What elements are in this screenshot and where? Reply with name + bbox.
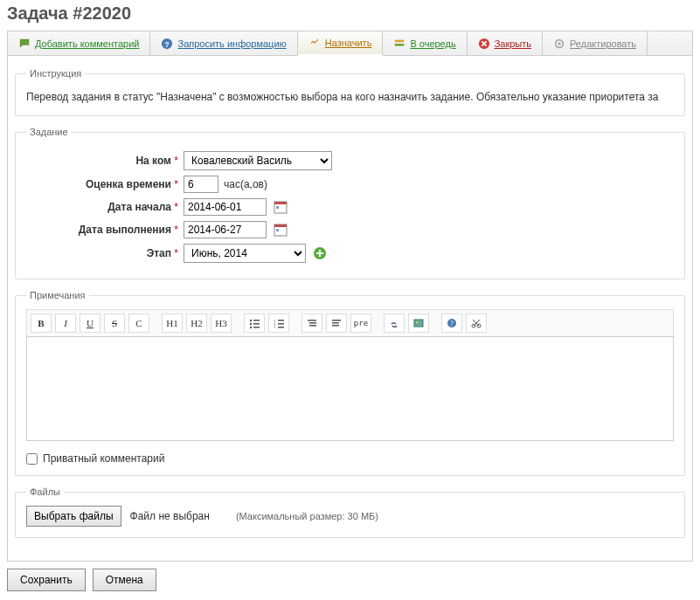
- stage-select[interactable]: Июнь, 2014: [184, 244, 306, 263]
- tab-assign-label: Назначить: [325, 38, 372, 48]
- svg-rect-31: [332, 325, 339, 327]
- tab-request-info[interactable]: ? Запросить информацию: [150, 31, 297, 55]
- svg-rect-23: [278, 323, 284, 325]
- calendar-icon: [274, 223, 288, 237]
- svg-rect-8: [274, 202, 287, 204]
- notes-textarea[interactable]: [26, 336, 674, 441]
- instruction-legend: Инструкция: [26, 68, 85, 79]
- files-legend: Файлы: [26, 486, 64, 497]
- due-date-calendar-button[interactable]: [274, 223, 288, 237]
- list-ol-icon: 123: [274, 318, 284, 328]
- svg-point-6: [558, 42, 561, 45]
- svg-point-33: [416, 321, 418, 323]
- label-assignee: На ком *: [26, 155, 184, 167]
- svg-point-18: [250, 327, 252, 328]
- tab-queue-label: В очередь: [410, 38, 455, 49]
- tab-add-comment-label: Добавить комментарий: [35, 38, 139, 49]
- instruction-fieldset: Инструкция Перевод задания в статус "Наз…: [15, 68, 685, 116]
- notes-legend: Примечания: [26, 290, 89, 300]
- private-checkbox[interactable]: [26, 453, 38, 465]
- unquote-button[interactable]: [326, 314, 347, 333]
- scissors-icon: [471, 318, 482, 328]
- editor-toolbar: B I U S C H1 H2 H3 123 pre ?: [26, 309, 674, 336]
- tab-close-label: Закрыть: [495, 38, 531, 49]
- estimate-unit: час(а,ов): [224, 178, 267, 190]
- h1-button[interactable]: H1: [162, 314, 183, 333]
- svg-rect-2: [395, 39, 405, 42]
- svg-rect-19: [253, 327, 260, 328]
- svg-rect-17: [253, 323, 260, 325]
- tab-edit[interactable]: Редактировать: [543, 31, 648, 55]
- cut-button[interactable]: [466, 314, 487, 333]
- gear-icon: [553, 38, 565, 50]
- private-label: Приватный комментарий: [43, 452, 164, 465]
- content-panel: Инструкция Перевод задания в статус "Наз…: [7, 56, 693, 562]
- link-icon: [389, 318, 399, 328]
- code-button[interactable]: C: [128, 314, 149, 333]
- add-stage-button[interactable]: [313, 246, 327, 260]
- choose-files-button[interactable]: Выбрать файлы: [26, 506, 121, 527]
- h3-button[interactable]: H3: [211, 314, 232, 333]
- svg-rect-12: [276, 229, 279, 231]
- notes-fieldset: Примечания B I U S C H1 H2 H3 123 pre ?: [15, 290, 685, 476]
- image-button[interactable]: [408, 314, 429, 333]
- file-status: Файл не выбран: [130, 510, 210, 522]
- calendar-icon: [274, 200, 288, 214]
- label-stage: Этап *: [26, 247, 184, 259]
- action-tabs: Добавить комментарий ? Запросить информа…: [7, 31, 693, 56]
- quote-button[interactable]: [301, 314, 322, 333]
- estimate-input[interactable]: [184, 176, 218, 193]
- assignee-select[interactable]: Ковалевский Василь: [184, 151, 332, 170]
- cancel-button[interactable]: Отмена: [93, 569, 156, 591]
- link-button[interactable]: [384, 314, 405, 333]
- help-button[interactable]: ?: [441, 314, 462, 333]
- due-date-input[interactable]: [184, 221, 267, 238]
- svg-rect-29: [332, 320, 341, 321]
- instruction-text: Перевод задания в статус "Назначена" с в…: [26, 87, 674, 105]
- page-title: Задача #22020: [0, 0, 700, 31]
- list-ul-icon: [249, 318, 260, 328]
- task-fieldset: Задание На ком * Ковалевский Василь Оцен…: [15, 127, 685, 279]
- svg-rect-15: [253, 320, 260, 321]
- save-button[interactable]: Сохранить: [7, 569, 86, 591]
- task-legend: Задание: [26, 127, 72, 137]
- svg-rect-25: [278, 327, 284, 328]
- help-icon: ?: [447, 318, 457, 328]
- svg-rect-3: [395, 44, 405, 46]
- svg-text:?: ?: [450, 320, 454, 328]
- tab-assign[interactable]: Назначить: [298, 31, 384, 56]
- h2-button[interactable]: H2: [186, 314, 207, 333]
- comment-icon: [18, 38, 31, 50]
- svg-rect-27: [309, 322, 316, 324]
- info-icon: ?: [161, 38, 173, 50]
- tab-add-comment[interactable]: Добавить комментарий: [8, 31, 150, 55]
- ol-button[interactable]: 123: [268, 314, 289, 333]
- strike-button[interactable]: S: [104, 314, 125, 333]
- image-icon: [413, 318, 424, 328]
- svg-point-16: [250, 323, 252, 325]
- close-icon: [478, 38, 490, 50]
- bold-button[interactable]: B: [31, 314, 52, 333]
- svg-point-14: [250, 320, 252, 321]
- underline-button[interactable]: U: [80, 314, 100, 333]
- hand-icon: [308, 37, 321, 49]
- tab-queue[interactable]: В очередь: [383, 31, 467, 55]
- svg-rect-30: [332, 322, 339, 324]
- svg-rect-26: [308, 320, 316, 321]
- queue-icon: [393, 38, 405, 50]
- svg-rect-11: [274, 224, 287, 227]
- pre-button[interactable]: pre: [350, 314, 371, 333]
- label-due-date: Дата выполнения *: [26, 224, 184, 236]
- start-date-input[interactable]: [184, 198, 267, 216]
- label-estimate: Оценка времени *: [26, 178, 184, 190]
- svg-text:?: ?: [165, 39, 170, 48]
- start-date-calendar-button[interactable]: [274, 200, 288, 214]
- files-fieldset: Файлы Выбрать файлы Файл не выбран (Макс…: [15, 486, 685, 538]
- ul-button[interactable]: [244, 314, 265, 333]
- label-start-date: Дата начала *: [26, 201, 184, 213]
- svg-text:3: 3: [274, 326, 276, 328]
- tab-close[interactable]: Закрыть: [468, 31, 543, 55]
- italic-button[interactable]: I: [55, 314, 76, 333]
- tab-edit-label: Редактировать: [570, 38, 636, 49]
- max-size-label: (Максимальный размер: 30 МБ): [236, 511, 378, 521]
